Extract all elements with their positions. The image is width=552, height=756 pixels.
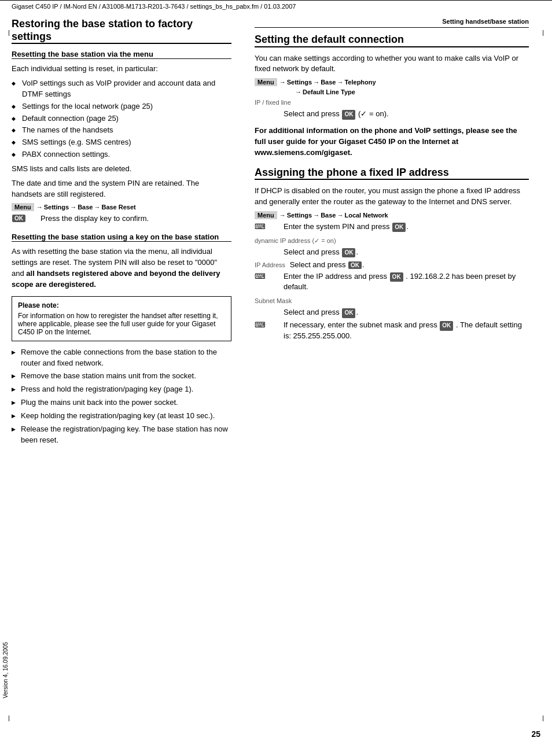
- ok-badge-pin: OK: [392, 223, 406, 233]
- list-item: PABX connection settings.: [12, 149, 231, 160]
- note-box: Please note: For information on how to r…: [12, 296, 231, 341]
- list-item: Remove the cable connections from the ba…: [12, 347, 231, 369]
- menu-tag3: Menu: [255, 211, 277, 219]
- page-wrapper: Gigaset C450 IP / IM-Nord EN / A31008-M1…: [0, 0, 552, 756]
- menu-tag2: Menu: [255, 78, 277, 86]
- sub1-intro: Each individual setting is reset, in par…: [12, 64, 231, 75]
- header-bar: Gigaset C450 IP / IM-Nord EN / A31008-M1…: [0, 0, 552, 12]
- menu-path-1: Menu → Settings → Base → Base Reset: [12, 203, 231, 211]
- ok-badge-ip: OK: [342, 110, 355, 120]
- margin-mark-br: |: [542, 714, 544, 721]
- margin-mark-tr: |: [542, 29, 544, 36]
- note-title: Please note:: [18, 301, 225, 309]
- date-note: The date and time and the system PIN are…: [12, 178, 231, 200]
- note-text: For information on how to reregister the…: [18, 312, 225, 336]
- ip-address-row: IP Address Select and press OK.: [255, 260, 529, 269]
- ok-badge-ipaddr: OK: [348, 261, 362, 269]
- margin-mark-bl: |: [8, 714, 10, 721]
- footer-page-number: 25: [531, 729, 540, 739]
- ip-fixed-suffix: (✓ = on).: [358, 109, 389, 118]
- list-item: Settings for the local network (page 25): [12, 101, 231, 112]
- section-title-restore: Restoring the base station to factory se…: [12, 18, 231, 44]
- list-item: Press and hold the registration/paging k…: [12, 384, 231, 395]
- fixed-ip-intro: If DHCP is disabled on the router, you m…: [255, 186, 529, 208]
- sub2-intro: As with resetting the base station via t…: [12, 246, 231, 290]
- section-title-fixed-ip: Assigning the phone a fixed IP address: [255, 167, 529, 180]
- subnet-label: Subnet Mask: [255, 297, 292, 304]
- list-item: Keep holding the registration/paging key…: [12, 411, 231, 422]
- list-item: Remove the base station mains unit from …: [12, 371, 231, 382]
- phone-icon-2: ⌨: [255, 271, 284, 281]
- footer-version: Version 4, 16.09.2005: [2, 642, 9, 698]
- section-title-default-conn: Setting the default connection: [255, 34, 529, 47]
- right-column-header: Setting handset/base station: [255, 18, 529, 28]
- list-item: SMS settings (e.g. SMS centres): [12, 137, 231, 148]
- subsection-title-key-reset: Resetting the base station using a key o…: [12, 233, 231, 242]
- sub1-list: VoIP settings such as VoIP provider and …: [12, 78, 231, 160]
- list-item: VoIP settings such as VoIP provider and …: [12, 78, 231, 100]
- margin-mark-tl: |: [8, 29, 10, 36]
- menu-path-2b: → Default Line Type: [255, 88, 529, 95]
- subnet-instruction: Select and press OK.: [284, 307, 529, 318]
- ok-badge-subnet: OK: [342, 308, 355, 318]
- subnet-entry-row: ⌨ If necessary, enter the subnet mask an…: [255, 320, 529, 342]
- sub2-bold: all handsets registered above and beyond…: [12, 269, 220, 289]
- ok-badge-ipentry: OK: [390, 272, 403, 282]
- ip-fixed-line-row: IP / fixed line: [255, 98, 529, 106]
- dynamic-ip-instruction: Select and press OK.: [284, 247, 529, 258]
- arrow-list-steps: Remove the cable connections from the ba…: [12, 347, 231, 446]
- ok-badge-dynamic: OK: [342, 248, 355, 258]
- subsection-title-menu-reset: Resetting the base station via the menu: [12, 50, 231, 59]
- list-item: Plug the mains unit back into the power …: [12, 397, 231, 408]
- ip-fixed-instruction: Select and press OK (✓ = on).: [284, 109, 529, 120]
- menu-tag: Menu: [12, 203, 34, 211]
- phone-icon-3: ⌨: [255, 320, 284, 329]
- menu-path-2: Menu → Settings → Base → Telephony: [255, 78, 529, 86]
- menu-path-3: Menu → Settings → Base → Local Network: [255, 211, 529, 219]
- header-text: Gigaset C450 IP / IM-Nord EN / A31008-M1…: [12, 3, 296, 10]
- bold-info-paragraph: For additional information on the phone …: [255, 126, 529, 158]
- phone-icon-1: ⌨: [255, 222, 284, 231]
- pin-entry-text: Enter the system PIN and press OK.: [284, 222, 529, 233]
- list-item: The names of the handsets: [12, 125, 231, 136]
- list-item: Release the registration/paging key. The…: [12, 424, 231, 446]
- dynamic-ip-label: dynamic IP address (✓ = on): [255, 237, 336, 244]
- ip-address-label: IP Address: [255, 261, 285, 268]
- ok-confirm-text: Press the display key to confirm.: [41, 213, 149, 224]
- list-item: Default connection (page 25): [12, 113, 231, 124]
- right-column: Setting handset/base station Setting the…: [243, 12, 529, 449]
- ip-fixed-label: IP / fixed line: [255, 99, 291, 106]
- ok-badge: OK: [12, 215, 25, 222]
- ok-row-confirm: OK Press the display key to confirm.: [12, 213, 231, 224]
- sms-deleted: SMS lists and calls lists are deleted.: [12, 164, 231, 175]
- ok-badge-subnetentry: OK: [440, 321, 453, 331]
- ip-entry-row: ⌨ Enter the IP address and press OK . 19…: [255, 271, 529, 293]
- content-area: Restoring the base station to factory se…: [0, 12, 552, 449]
- pin-entry-row: ⌨ Enter the system PIN and press OK.: [255, 222, 529, 233]
- left-column: Restoring the base station to factory se…: [12, 12, 243, 449]
- dynamic-ip-row: dynamic IP address (✓ = on): [255, 236, 529, 245]
- default-conn-intro: You can make settings according to wheth…: [255, 53, 529, 75]
- subnet-row: Subnet Mask: [255, 296, 529, 305]
- subnet-entry-text: If necessary, enter the subnet mask and …: [284, 320, 529, 342]
- ip-entry-text: Enter the IP address and press OK . 192.…: [284, 271, 529, 293]
